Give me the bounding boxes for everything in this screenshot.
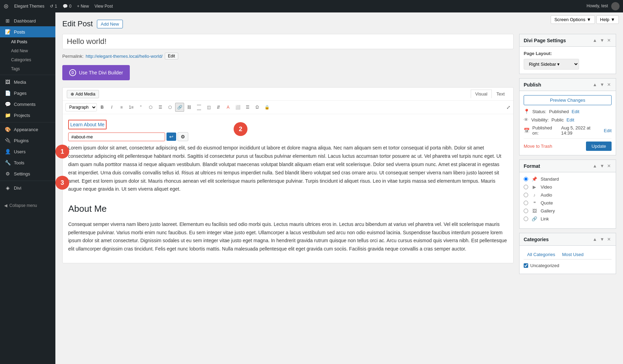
categories-panel-down-button[interactable]: ▼ (599, 236, 605, 243)
categories-panel-close-button[interactable]: ✕ (606, 236, 612, 243)
publish-panel-close-button[interactable]: ✕ (606, 81, 612, 88)
blockquote-button[interactable]: " (136, 103, 145, 112)
status-edit-link[interactable]: Edit (572, 109, 579, 114)
editor-content[interactable]: Learn About Me ↩ ⚙ Lorem ipsum dolor sit… (63, 114, 513, 263)
link-selected-text[interactable]: Learn About Me (68, 120, 107, 129)
revisions-link[interactable]: ↺ 1 (50, 4, 57, 9)
sidebar-item-media[interactable]: 🖼 Media (0, 76, 55, 88)
new-content-link[interactable]: + New (77, 4, 89, 9)
tab-visual[interactable]: Visual (471, 90, 492, 98)
sidebar-subitem-add-new[interactable]: Add New (0, 46, 55, 55)
video-icon: ▶ (532, 184, 537, 190)
page-title: Edit Post (62, 19, 93, 28)
permalink-edit-button[interactable]: Edit (165, 53, 178, 60)
ordered-list-button[interactable]: 1≡ (127, 103, 136, 112)
paste-text-button[interactable]: ⬜ (233, 103, 242, 112)
projects-icon: 📁 (4, 112, 11, 118)
standard-icon: 📌 (532, 176, 537, 182)
format-panel-up-button[interactable]: ▲ (592, 163, 598, 169)
view-post-link[interactable]: View Post (94, 4, 113, 9)
media-icon: 🖼 (4, 79, 11, 85)
link-settings-button[interactable]: ⚙ (178, 132, 188, 141)
help-button[interactable]: Help ▼ (596, 15, 619, 24)
quote-icon: ❝ (532, 200, 537, 206)
sidebar-subitem-all-posts[interactable]: All Posts (0, 37, 55, 46)
sidebar-item-projects[interactable]: 📁 Projects (0, 110, 55, 121)
sidebar-item-divi[interactable]: ◈ Divi (0, 182, 55, 193)
divi-builder-button[interactable]: D Use The Divi Builder (62, 65, 130, 80)
menu-separator-2 (0, 122, 55, 122)
categories-panel-up-button[interactable]: ▲ (592, 236, 598, 243)
insert-more-button[interactable]: — — (195, 103, 204, 112)
special-char-button[interactable]: Ω (253, 103, 262, 112)
permalink-label: Permalink: (62, 54, 83, 59)
format-radio-audio[interactable] (524, 193, 528, 197)
post-title-input[interactable] (62, 34, 514, 49)
page-layout-select[interactable]: Right Sidebar ▾ (524, 59, 579, 70)
category-checkbox-uncategorized[interactable] (524, 263, 528, 268)
sidebar-subitem-tags[interactable]: Tags (0, 64, 55, 73)
add-media-button[interactable]: ⊕ Add Media (67, 90, 99, 98)
published-edit-link[interactable]: Edit (604, 128, 612, 133)
divi-panel-close-button[interactable]: ✕ (606, 37, 612, 44)
sidebar-item-appearance[interactable]: 🎨 Appearance (0, 124, 55, 135)
step-badge-2: 2 (234, 122, 247, 136)
comments-icon: 💬 (4, 101, 11, 107)
tab-all-categories[interactable]: All Categories (524, 250, 559, 259)
format-radio-gallery[interactable] (524, 209, 528, 213)
indent-button[interactable]: ⇵ (214, 103, 223, 112)
sidebar-subitem-categories[interactable]: Categories (0, 55, 55, 64)
publish-panel-down-button[interactable]: ▼ (599, 81, 605, 88)
site-name[interactable]: Elegant Themes (14, 4, 44, 9)
screen-options-button[interactable]: Screen Options ▼ (551, 15, 595, 24)
divi-panel-up-button[interactable]: ▲ (592, 37, 598, 44)
align-right-button[interactable]: ⬡ (165, 103, 174, 112)
format-button[interactable]: ◫ (204, 103, 213, 112)
expand-editor-button[interactable]: ⤢ (506, 104, 511, 110)
publish-panel-up-button[interactable]: ▲ (592, 81, 598, 88)
move-to-trash-button[interactable]: Move to Trash (524, 144, 552, 149)
categories-panel-controls: ▲ ▼ ✕ (592, 236, 612, 243)
format-radio-quote[interactable] (524, 201, 528, 205)
format-radio-link[interactable] (524, 217, 528, 221)
sidebar-item-settings[interactable]: ⚙ Settings (0, 168, 55, 179)
update-button[interactable]: Update (586, 142, 612, 151)
sidebar-item-tools[interactable]: 🔧 Tools (0, 157, 55, 168)
format-panel-close-button[interactable]: ✕ (606, 163, 612, 169)
color-button[interactable]: A (224, 103, 233, 112)
sidebar-item-plugins[interactable]: 🔌 Plugins (0, 135, 55, 146)
visibility-edit-link[interactable]: Edit (567, 117, 574, 122)
tab-most-used[interactable]: Most Used (559, 250, 587, 259)
link-url-input[interactable] (68, 133, 165, 141)
clear-format-button[interactable]: ☰ (243, 103, 252, 112)
bold-button[interactable]: B (98, 103, 107, 112)
italic-button[interactable]: I (107, 103, 116, 112)
unordered-list-button[interactable]: ≡ (117, 103, 126, 112)
paragraph-select[interactable]: Paragraph (65, 103, 97, 111)
format-panel-down-button[interactable]: ▼ (599, 163, 605, 169)
align-left-button[interactable]: ⬡ (146, 103, 155, 112)
add-new-button[interactable]: Add New (97, 20, 123, 28)
sidebar-item-dashboard[interactable]: ⊞ Dashboard (0, 15, 55, 26)
preview-changes-button[interactable]: Preview Changes (524, 95, 612, 105)
divi-panel-down-button[interactable]: ▼ (599, 37, 605, 44)
visibility-label: Visibility: (531, 117, 549, 122)
lock-button[interactable]: 🔒 (262, 103, 271, 112)
sidebar-item-pages[interactable]: 📄 Pages (0, 88, 55, 99)
comments-link[interactable]: 💬 0 (63, 4, 72, 9)
format-radio-video[interactable] (524, 185, 528, 189)
sidebar-item-users[interactable]: 👤 Users (0, 146, 55, 157)
align-center-button[interactable]: ☰ (156, 103, 165, 112)
editor-tabs: Visual Text (471, 90, 509, 98)
sidebar-item-comments[interactable]: 💬 Comments (0, 99, 55, 110)
format-radio-standard[interactable] (524, 177, 528, 181)
unlink-button[interactable]: ⛓ (185, 103, 194, 112)
collapse-menu-button[interactable]: ◀ Collapse menu (0, 200, 55, 211)
link-button[interactable]: 🔗 (175, 103, 184, 112)
permalink-link[interactable]: http://elegant-themes.local/hello-world/ (85, 54, 163, 59)
divi-icon: ◈ (4, 185, 11, 191)
sidebar-item-posts[interactable]: 📝 Posts (0, 26, 55, 37)
link-apply-button[interactable]: ↩ (166, 133, 176, 141)
tab-text[interactable]: Text (492, 90, 509, 98)
wp-logo-icon[interactable]: ⊛ (3, 2, 9, 10)
